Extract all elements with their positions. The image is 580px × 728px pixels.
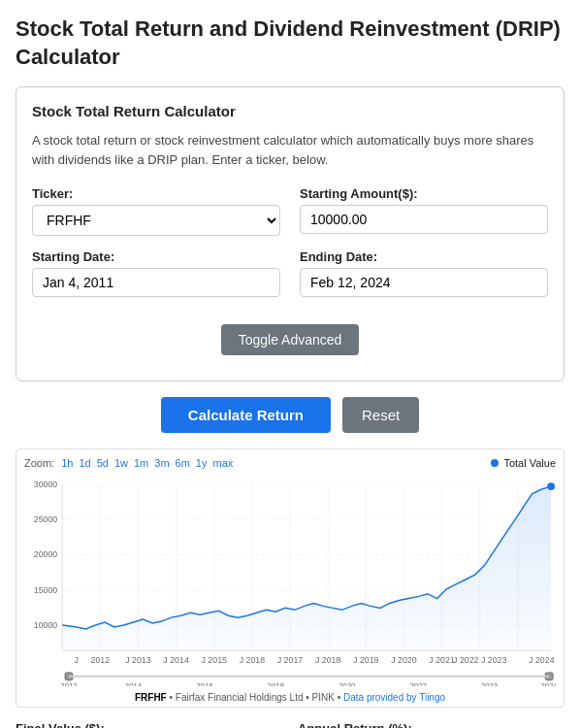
ending-date-input[interactable] <box>300 268 548 297</box>
zoom-1h[interactable]: 1h <box>61 457 73 469</box>
zoom-label: Zoom: <box>24 457 54 469</box>
zoom-6m[interactable]: 6m <box>176 457 190 469</box>
svg-text:J 2013: J 2013 <box>125 655 151 665</box>
zoom-5d[interactable]: 5d <box>97 457 109 469</box>
svg-text:2024: 2024 <box>540 681 556 686</box>
svg-text:J 2024: J 2024 <box>529 655 555 665</box>
svg-text:25000: 25000 <box>34 514 58 524</box>
footer-ticker: FRFHF <box>135 692 167 703</box>
calculator-card: Stock Total Return Calculator A stock to… <box>16 86 564 381</box>
toggle-advanced-row: Toggle Advanced <box>32 314 548 365</box>
chart-svg: 30000 25000 20000 15000 10000 J 2012 J 2… <box>24 473 556 689</box>
card-title: Stock Total Return Calculator <box>32 103 548 119</box>
svg-text:J 2018: J 2018 <box>315 655 341 665</box>
svg-text:J 2017: J 2017 <box>277 655 304 665</box>
form-grid: Ticker: FRFHF Starting Amount($): Starti… <box>32 186 548 297</box>
ticker-group: Ticker: FRFHF <box>32 186 280 236</box>
svg-text:2023: 2023 <box>481 681 498 686</box>
svg-text:J 2020: J 2020 <box>391 655 417 665</box>
ticker-label: Ticker: <box>32 186 280 201</box>
svg-text:2020: 2020 <box>338 681 356 686</box>
svg-text:10000: 10000 <box>34 620 58 630</box>
chart-container: Zoom: 1h 1d 5d 1w 1m 3m 6m 1y max Total … <box>16 448 564 708</box>
results-row: Final Value ($): 31,746.10 Annual Return… <box>16 721 564 728</box>
calculate-button[interactable]: Calculate Return <box>161 397 331 433</box>
svg-text:20000: 20000 <box>34 550 58 560</box>
zoom-1m[interactable]: 1m <box>134 457 148 469</box>
svg-text:2012: 2012 <box>90 655 110 665</box>
starting-amount-group: Starting Amount($): <box>300 186 548 236</box>
svg-text:2014: 2014 <box>125 681 143 686</box>
svg-text:2016: 2016 <box>196 681 212 686</box>
footer-company: Fairfax Financial Holdings Ltd <box>176 692 304 703</box>
card-description: A stock total return or stock reinvestme… <box>32 131 548 169</box>
zoom-max[interactable]: max <box>212 457 233 469</box>
starting-date-input[interactable] <box>32 268 280 297</box>
zoom-row: Zoom: 1h 1d 5d 1w 1m 3m 6m 1y max <box>24 457 236 469</box>
chart-footer: FRFHF • Fairfax Financial Holdings Ltd •… <box>24 692 556 703</box>
footer-data-provider: Data provided by Tiingo <box>343 692 445 703</box>
svg-text:J: J <box>75 655 79 665</box>
legend-dot <box>491 459 499 467</box>
annual-return-label: Annual Return (%): <box>298 721 564 728</box>
svg-text:15000: 15000 <box>34 585 58 595</box>
svg-text:J 2018: J 2018 <box>240 655 266 665</box>
action-row: Calculate Return Reset <box>16 397 564 433</box>
legend-label: Total Value <box>503 457 556 469</box>
zoom-1d[interactable]: 1d <box>79 457 90 469</box>
final-value-group: Final Value ($): 31,746.10 <box>16 721 282 728</box>
svg-text:J 2019: J 2019 <box>353 655 379 665</box>
svg-text:J 2015: J 2015 <box>202 655 228 665</box>
ending-date-group: Ending Date: <box>300 249 548 297</box>
ending-date-label: Ending Date: <box>300 249 548 264</box>
starting-amount-input[interactable] <box>300 205 548 234</box>
chart-legend: Total Value <box>491 457 556 469</box>
starting-date-group: Starting Date: <box>32 249 280 297</box>
zoom-1w[interactable]: 1w <box>114 457 128 469</box>
starting-amount-label: Starting Amount($): <box>300 186 548 201</box>
svg-text:J 2014: J 2014 <box>163 655 189 665</box>
footer-exchange: PINK <box>312 692 335 703</box>
svg-text:2022: 2022 <box>409 681 426 686</box>
zoom-1y[interactable]: 1y <box>196 457 208 469</box>
reset-button[interactable]: Reset <box>342 397 419 433</box>
svg-point-37 <box>547 482 555 490</box>
svg-text:J 2021: J 2021 <box>429 655 455 665</box>
svg-text:2018: 2018 <box>268 681 284 686</box>
starting-date-label: Starting Date: <box>32 249 280 264</box>
svg-text:J 2022 J 2023: J 2022 J 2023 <box>453 655 506 665</box>
svg-text:30000: 30000 <box>34 480 58 489</box>
svg-text:2012: 2012 <box>60 681 77 686</box>
page-title: Stock Total Return and Dividend Reinvest… <box>16 16 564 71</box>
annual-return-group: Annual Return (%): 9.21 <box>298 721 564 728</box>
toggle-advanced-button[interactable]: Toggle Advanced <box>221 324 360 355</box>
final-value-label: Final Value ($): <box>16 721 282 728</box>
ticker-select[interactable]: FRFHF <box>32 205 280 236</box>
zoom-3m[interactable]: 3m <box>154 457 169 469</box>
